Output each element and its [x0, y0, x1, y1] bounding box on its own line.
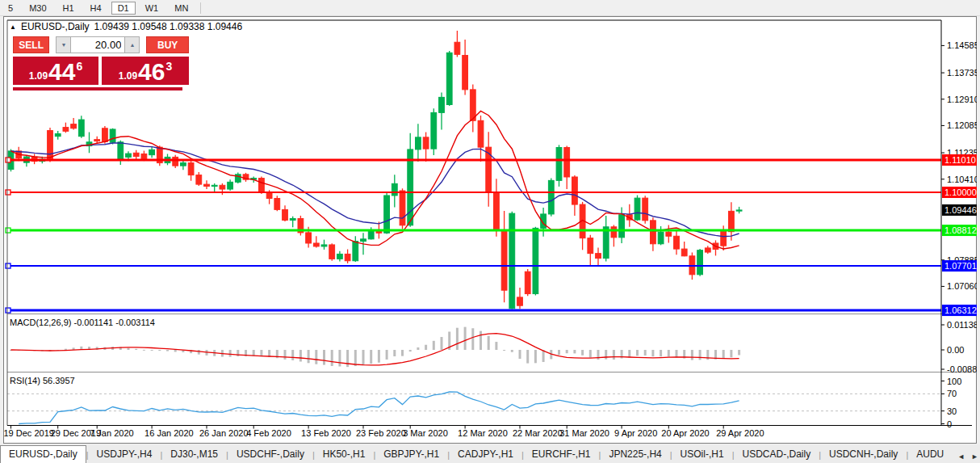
candlestick [729, 211, 735, 231]
tab-usdcad-daily[interactable]: USDCAD-,Daily [734, 446, 819, 463]
candlestick [564, 148, 570, 177]
timeframe-button-D1[interactable]: D1 [111, 2, 136, 15]
volume-increase-icon[interactable]: ▲ [124, 36, 140, 53]
buy-price-sup: 3 [165, 60, 172, 73]
hline-anchor-marker [6, 263, 10, 268]
buy-price-prefix: 1.09 [119, 70, 137, 82]
buy-price-box[interactable]: 1.09 46 3 [102, 57, 189, 85]
macd-histogram-bar [166, 350, 169, 351]
trading-terminal: 5M30H1H4D1W1MN 1.145851.137351.129101.12… [0, 0, 980, 463]
candlestick [259, 179, 265, 192]
trade-controls-row: SELL ▼ ▲ BUY [13, 36, 189, 53]
volume-decrease-icon[interactable]: ▼ [56, 36, 71, 53]
sell-price-sup: 6 [76, 60, 82, 73]
macd-histogram-bar [409, 350, 412, 351]
macd-histogram-bar [534, 350, 537, 363]
date-label: 22 Mar 2020 [513, 428, 563, 438]
macd-histogram-bar [151, 350, 153, 351]
tab-cadjpy-h1[interactable]: CADJPY-,H1 [450, 446, 521, 463]
macd-histogram-bar [526, 350, 529, 364]
candlestick [78, 120, 84, 137]
hline-price-label: 1.07701 [944, 261, 977, 271]
buy-button[interactable]: BUY [146, 36, 189, 53]
tab-eurchf-h1[interactable]: EURCHF-,H1 [524, 446, 599, 463]
macd-scale-label: 0.00 [947, 345, 964, 355]
timeframe-button-MN[interactable]: MN [168, 2, 195, 15]
one-click-trade-panel: SELL ▼ ▲ BUY 1.09 44 6 1.09 46 3 [13, 36, 189, 90]
tab-usdjpy-h4[interactable]: USDJPY-,H4 [89, 446, 161, 463]
candlestick [423, 137, 429, 149]
tab-dj30-m15[interactable]: DJ30-,M15 [162, 446, 226, 463]
candlestick [149, 149, 155, 154]
sell-price-prefix: 1.09 [29, 70, 48, 82]
tab-gbpjpy-h1[interactable]: GBPJPY-,H1 [375, 446, 447, 463]
candlestick [486, 147, 492, 192]
macd-histogram-bar [253, 350, 255, 356]
candlestick [509, 213, 515, 309]
tab-eurusd-daily[interactable]: EURUSD-,Daily [0, 445, 86, 463]
macd-histogram-bar [135, 349, 137, 350]
candlestick [658, 232, 664, 244]
rsi-scale-label: 100 [947, 377, 961, 386]
macd-histogram-bar [143, 350, 145, 351]
candlestick [736, 210, 742, 211]
tab-scroll-left-icon[interactable]: ◄ [957, 452, 965, 461]
date-label: 19 Dec 2019 [4, 428, 54, 438]
sell-button[interactable]: SELL [13, 36, 49, 53]
timeframe-button-H4[interactable]: H4 [84, 2, 108, 15]
macd-histogram-bar [378, 350, 380, 363]
hline-anchor-marker [6, 190, 10, 195]
sell-price-box[interactable]: 1.09 44 6 [13, 57, 98, 85]
tab-usdcnh-daily[interactable]: USDCNH-,Daily [821, 446, 906, 463]
macd-histogram-bar [362, 350, 365, 365]
macd-histogram-bar [644, 350, 647, 356]
timeframe-button-M30[interactable]: M30 [23, 2, 52, 15]
tab-audu[interactable]: AUDU [908, 446, 952, 463]
tab-hk50-h1[interactable]: HK50-,H1 [315, 446, 374, 463]
date-label: 9 Apr 2020 [614, 428, 657, 438]
timeframe-button-H1[interactable]: H1 [57, 2, 81, 15]
macd-histogram-bar [308, 350, 310, 363]
price-tick-label: 1.10410 [947, 175, 977, 184]
rsi-line [19, 392, 739, 424]
buy-price-big: 46 [138, 60, 165, 84]
candlestick [188, 163, 194, 175]
candlestick [384, 196, 390, 233]
macd-histogram-bar [636, 350, 639, 356]
macd-histogram-bar [589, 350, 592, 358]
timeframe-button-W1[interactable]: W1 [139, 2, 165, 15]
date-label: 4 Feb 2020 [246, 428, 291, 438]
candlestick [454, 42, 460, 54]
tab-usoil-h1[interactable]: USOil-,H1 [672, 446, 732, 463]
hline-anchor-marker [6, 308, 10, 313]
toolbar-separator [200, 2, 201, 14]
ma-fast-line [11, 111, 739, 249]
macd-histogram-bar [699, 350, 701, 360]
date-label: 26 Jan 2020 [199, 428, 249, 438]
date-label: 20 Apr 2020 [661, 428, 709, 438]
candlestick [94, 140, 100, 141]
candlestick [556, 148, 562, 181]
macd-histogram-bar [691, 350, 693, 360]
price-tick-label: 1.14585 [947, 40, 977, 50]
macd-histogram-bar [315, 350, 317, 364]
macd-histogram-bar [558, 350, 560, 355]
macd-histogram-bar [628, 350, 630, 358]
candlestick [290, 218, 295, 220]
chart-symbol-label: EURUSD-,Daily [21, 21, 90, 32]
hline-anchor-marker [6, 228, 10, 233]
tab-scroll-right-icon[interactable]: ► [971, 452, 978, 461]
candlestick [494, 192, 500, 230]
tab-jpn225-h4[interactable]: JPN225-,H4 [601, 446, 669, 463]
candlestick [697, 250, 703, 275]
tab-usdchf-daily[interactable]: USDCHF-,Daily [228, 446, 312, 463]
timeframe-button-5[interactable]: 5 [2, 2, 19, 15]
macd-histogram-bar [511, 350, 513, 352]
macd-histogram-bar [519, 350, 521, 359]
rsi-scale-label: 0 [947, 419, 952, 429]
collapse-panel-icon[interactable]: ▲ [10, 23, 16, 31]
candlestick [439, 97, 445, 112]
trade-price-row: 1.09 44 6 1.09 46 3 [13, 57, 189, 85]
volume-input[interactable] [71, 36, 124, 53]
candlestick [126, 154, 132, 157]
